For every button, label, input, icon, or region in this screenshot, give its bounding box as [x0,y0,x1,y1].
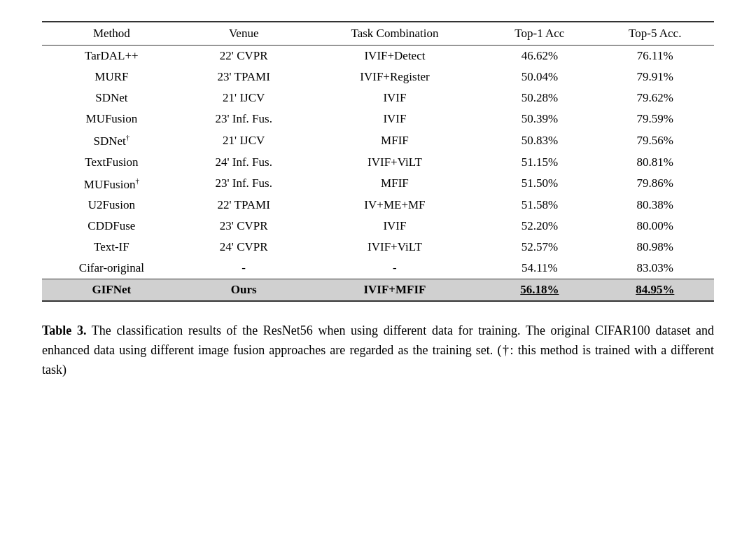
table-row: SDNet†21' IJCVMFIF50.83%79.56% [42,130,714,152]
cell-venue: 23' Inf. Fus. [181,109,307,130]
cell-method: MUFusion† [42,173,181,195]
cell-top5: 76.11% [596,46,715,67]
cell-method: Cifar-original [42,258,181,279]
results-table: Method Venue Task Combination Top-1 Acc … [42,21,714,302]
header-method: Method [42,22,181,46]
cell-task: IVIF [307,109,484,130]
table-header-row: Method Venue Task Combination Top-1 Acc … [42,22,714,46]
cell-task: IVIF [307,88,484,109]
cell-method: MUFusion [42,109,181,130]
cell-task: IVIF+ViLT [307,152,484,173]
table-row: CDDFuse23' CVPRIVIF52.20%80.00% [42,216,714,237]
cell-venue: 23' TPAMI [181,67,307,88]
cell-method: Text-IF [42,237,181,258]
cell-task: MFIF [307,130,484,152]
table-row: MUFusion23' Inf. Fus.IVIF50.39%79.59% [42,109,714,130]
cell-venue: 23' CVPR [181,216,307,237]
table-row: Cifar-original--54.11%83.03% [42,258,714,279]
table-row: U2Fusion22' TPAMIIV+ME+MF51.58%80.38% [42,195,714,216]
cell-venue: 21' IJCV [181,88,307,109]
cell-top1: 51.50% [483,173,596,195]
cell-top1: 54.11% [483,258,596,279]
cell-top1: 50.39% [483,109,596,130]
cell-top5: 79.56% [596,130,715,152]
cell-top1: 51.58% [483,195,596,216]
cell-venue: Ours [181,279,307,302]
cell-method: SDNet [42,88,181,109]
caption-text: The classification results of the ResNet… [42,323,714,377]
page-content: Method Venue Task Combination Top-1 Acc … [42,21,714,380]
cell-top1: 46.62% [483,46,596,67]
cell-venue: 22' TPAMI [181,195,307,216]
cell-venue: 23' Inf. Fus. [181,173,307,195]
cell-top1: 50.04% [483,67,596,88]
cell-venue: 22' CVPR [181,46,307,67]
cell-top5: 79.59% [596,109,715,130]
cell-method: GIFNet [42,279,181,302]
cell-method: TextFusion [42,152,181,173]
cell-task: IVIF+Register [307,67,484,88]
cell-method: U2Fusion [42,195,181,216]
table-row: TextFusion24' Inf. Fus.IVIF+ViLT51.15%80… [42,152,714,173]
cell-top5: 79.91% [596,67,715,88]
header-top5: Top-5 Acc. [596,22,715,46]
cell-top1: 56.18% [483,279,596,302]
table-wrapper: Method Venue Task Combination Top-1 Acc … [42,21,714,302]
cell-task: IVIF+ViLT [307,237,484,258]
cell-method: MURF [42,67,181,88]
cell-task: MFIF [307,173,484,195]
header-top1: Top-1 Acc [483,22,596,46]
cell-top5: 84.95% [596,279,715,302]
cell-top5: 79.86% [596,173,715,195]
cell-task: IVIF+MFIF [307,279,484,302]
header-task: Task Combination [307,22,484,46]
cell-task: - [307,258,484,279]
table-row: MUFusion†23' Inf. Fus.MFIF51.50%79.86% [42,173,714,195]
cell-top1: 52.20% [483,216,596,237]
cell-method: TarDAL++ [42,46,181,67]
cell-top5: 80.98% [596,237,715,258]
table-row: GIFNetOursIVIF+MFIF56.18%84.95% [42,279,714,302]
cell-task: IVIF+Detect [307,46,484,67]
cell-top5: 80.38% [596,195,715,216]
cell-top5: 79.62% [596,88,715,109]
cell-venue: 24' CVPR [181,237,307,258]
cell-task: IV+ME+MF [307,195,484,216]
cell-top1: 52.57% [483,237,596,258]
cell-venue: - [181,258,307,279]
cell-top1: 50.83% [483,130,596,152]
cell-top5: 80.00% [596,216,715,237]
cell-task: IVIF [307,216,484,237]
cell-method: CDDFuse [42,216,181,237]
cell-top1: 50.28% [483,88,596,109]
cell-venue: 24' Inf. Fus. [181,152,307,173]
caption-label: Table 3. [42,323,86,337]
header-venue: Venue [181,22,307,46]
cell-top1: 51.15% [483,152,596,173]
cell-top5: 80.81% [596,152,715,173]
cell-venue: 21' IJCV [181,130,307,152]
table-row: MURF23' TPAMIIVIF+Register50.04%79.91% [42,67,714,88]
table-row: SDNet21' IJCVIVIF50.28%79.62% [42,88,714,109]
table-caption: Table 3. The classification results of t… [42,321,714,380]
cell-top5: 83.03% [596,258,715,279]
table-row: Text-IF24' CVPRIVIF+ViLT52.57%80.98% [42,237,714,258]
cell-method: SDNet† [42,130,181,152]
table-row: TarDAL++22' CVPRIVIF+Detect46.62%76.11% [42,46,714,67]
